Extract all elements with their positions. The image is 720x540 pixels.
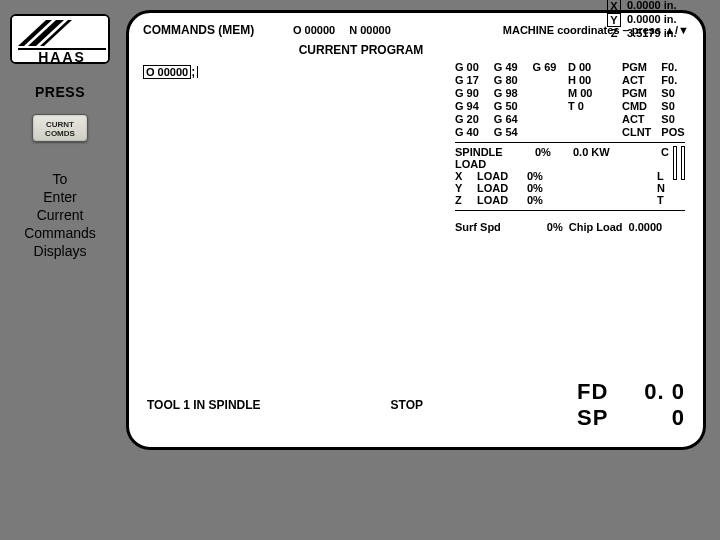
- gcode: G 64: [494, 113, 523, 125]
- gcode: G 94: [455, 100, 484, 112]
- reg-key: M 00: [568, 87, 612, 99]
- gcode: G 49: [494, 61, 523, 73]
- reg-lbl: CLNT: [622, 126, 651, 138]
- program-listing: O 00000;: [143, 63, 443, 329]
- feed-speed-block: FD0. 0 SP0: [577, 379, 685, 431]
- reg-lbl: CMD: [622, 100, 651, 112]
- gcode: G 17: [455, 74, 484, 86]
- load-bar-icon: [673, 146, 677, 180]
- cursor-semicolon: ;: [191, 65, 195, 79]
- reg-key: T 0: [568, 100, 612, 112]
- text-cursor-icon: [197, 66, 198, 78]
- fd-label: FD: [577, 379, 617, 405]
- gcode: G 50: [494, 100, 523, 112]
- gcode: G 20: [455, 113, 484, 125]
- spindle-side: C: [661, 146, 669, 170]
- gcode: G 80: [494, 74, 523, 86]
- gcode: G 54: [494, 126, 523, 138]
- gcode: G 40: [455, 126, 484, 138]
- reg-val: POS: [661, 126, 685, 138]
- reg-val: F0.: [661, 61, 685, 73]
- spindle-kw: 0.0 KW: [573, 146, 610, 170]
- program-cursor: O 00000: [143, 65, 191, 79]
- current-commands-button[interactable]: CURNT COMDS: [32, 114, 88, 142]
- stop-status: STOP: [391, 398, 423, 412]
- chip-label: Chip Load: [569, 221, 623, 233]
- chip-val: 0.0000: [629, 221, 663, 233]
- gcode: G 98: [494, 87, 523, 99]
- reg-key: D 00: [568, 61, 612, 73]
- sp-label: SP: [577, 405, 617, 431]
- surf-speed-row: Surf Spd 0% Chip Load 0.0000: [455, 221, 685, 233]
- spindle-load-label: SPINDLE LOAD: [455, 146, 527, 170]
- reg-val: S0: [661, 113, 685, 125]
- machine-coordinates: X0.0000 in. Y0.0000 in. Z3.5179 in.: [455, 0, 685, 39]
- coord-y-val: 0.0000 in.: [627, 13, 685, 27]
- o-code: O 00000: [293, 24, 335, 36]
- gcode: G 90: [455, 87, 484, 99]
- reg-val: S0: [661, 87, 685, 99]
- tool-status: TOOL 1 IN SPINDLE: [147, 398, 261, 412]
- coord-z-axis: Z: [607, 27, 621, 39]
- gcode: G 69: [533, 61, 558, 73]
- reg-val: S0: [661, 100, 685, 112]
- coord-x-val: 0.0000 in.: [627, 0, 685, 13]
- fd-value: 0. 0: [635, 379, 685, 405]
- reg-lbl: PGM: [622, 87, 651, 99]
- sp-value: 0: [635, 405, 685, 431]
- surf-label: Surf Spd: [455, 221, 501, 233]
- n-code: N 00000: [349, 24, 391, 36]
- reg-key: H 00: [568, 74, 612, 86]
- left-sidebar: HAAS PRESS CURNT COMDS To Enter Current …: [0, 0, 120, 540]
- btn-line1: CURNT: [33, 120, 87, 129]
- surf-pct: 0%: [547, 221, 563, 233]
- press-label: PRESS: [0, 84, 120, 100]
- reg-lbl: ACT: [622, 113, 651, 125]
- load-bar-icon: [681, 146, 685, 180]
- gcode: G 00: [455, 61, 484, 73]
- spindle-load-row: SPINDLE LOAD 0% 0.0 KW C XLOAD0%L YLOAD0…: [455, 146, 685, 206]
- btn-line2: COMDS: [33, 129, 87, 138]
- reg-lbl: PGM: [622, 61, 651, 73]
- axis-load-table: XLOAD0%L YLOAD0%N ZLOAD0%T: [455, 170, 669, 206]
- reg-lbl: ACT: [622, 74, 651, 86]
- coord-z-val: 3.5179 in.: [627, 27, 685, 39]
- footer-row: TOOL 1 IN SPINDLE STOP FD0. 0 SP0: [147, 379, 685, 431]
- spindle-load-pct: 0%: [535, 146, 565, 170]
- reg-val: F0.: [661, 74, 685, 86]
- instruction-text: To Enter Current Commands Displays: [0, 170, 120, 260]
- coord-x-axis: X: [607, 0, 621, 13]
- g-code-table: G 00 G 17 G 90 G 94 G 20 G 40 G 49 G 80 …: [455, 61, 685, 138]
- mode-title: COMMANDS (MEM): [143, 23, 293, 37]
- cnc-display-panel: COMMANDS (MEM) O 00000 N 00000 MACHINE c…: [126, 10, 706, 450]
- coord-y-axis: Y: [607, 13, 621, 27]
